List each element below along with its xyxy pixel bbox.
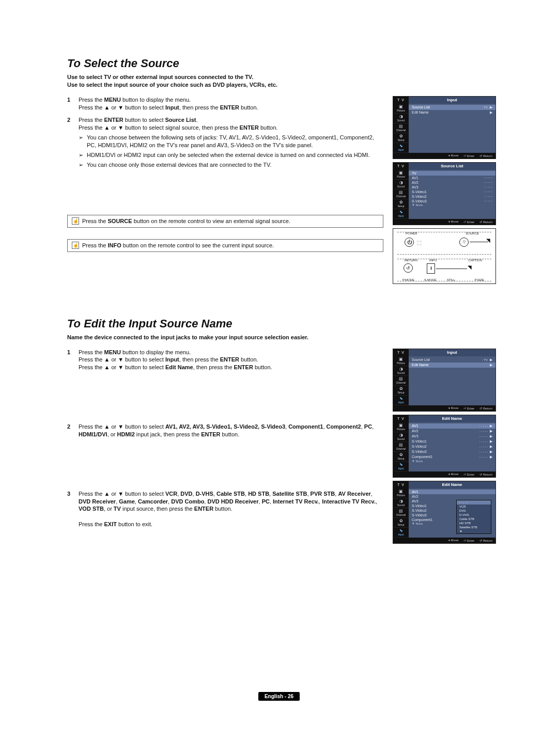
- remote-icon: ☝: [72, 242, 79, 249]
- osd-more: ▼ More: [409, 203, 495, 207]
- osd-side-channel: ▤Channel: [393, 508, 409, 518]
- popup-item: VCR: [457, 505, 491, 509]
- name-popup: - - - - -VCRDVDD-VHSCable STBHD STBSatel…: [456, 500, 491, 534]
- osd-row: AV1: - - - -▶: [409, 423, 495, 429]
- osd-row: Component1: - - - -▶: [409, 454, 495, 460]
- osd-side-sound: ◑Sound: [393, 366, 409, 376]
- info-icon: ℹ: [427, 263, 435, 274]
- pointer-arrow-icon: ◥: [468, 264, 472, 270]
- osd-side-channel: ▤Channel: [393, 376, 409, 386]
- osd-row: S-Video2: - - - -▶: [409, 444, 495, 449]
- osd-side-input: ⬊Input: [393, 143, 409, 153]
- note-info: ☝ Press the INFO button on the remote co…: [67, 239, 383, 252]
- osd-side-sound: ◑Sound: [393, 180, 409, 190]
- section2-intro: Name the device connected to the input j…: [67, 334, 496, 341]
- osd-side-picture: ▣Picture: [393, 104, 409, 114]
- osd-row: Edit Name▶: [409, 110, 495, 115]
- osd-row: S-Video3: - - - -: [409, 199, 495, 203]
- page-footer: English - 26: [0, 693, 558, 699]
- osd-edit-name-list: T VEdit Name ▣Picture◑Sound▤Channel✿Setu…: [393, 415, 496, 478]
- s2-step1: Press the MENU button to display the men…: [67, 349, 383, 418]
- osd-side-setup: ✿Setup: [393, 518, 409, 528]
- osd-row: Source List: TV▶: [409, 357, 495, 363]
- osd-side-sound: ◑Sound: [393, 114, 409, 123]
- s2-step2: Press the ▲ or ▼ button to select AV1, A…: [67, 423, 383, 485]
- osd-side-channel: ▤Channel: [393, 190, 409, 199]
- remote-diagram: POWER SOURCE ⏻ ○ ○○ ○ ▽ ◥ RETURN INFO CA…: [393, 228, 496, 284]
- s1-step2: Press the ENTER button to select Source …: [67, 116, 383, 168]
- osd-side-setup: ✿Setup: [393, 452, 409, 462]
- osd-row: AV3: - - - -▶: [409, 434, 495, 439]
- power-icon: ⏻: [405, 238, 414, 247]
- osd-side-sound: ◑Sound: [393, 498, 409, 508]
- osd-row: AV2: - - - -▶: [409, 429, 495, 434]
- osd-side-setup: ✿Setup: [393, 133, 409, 143]
- section2-heading: To Edit the Input Source Name: [67, 317, 496, 330]
- osd-side-input: ⬊Input: [393, 396, 409, 405]
- section1-intro: Use to select TV or other external input…: [67, 73, 496, 89]
- popup-item: Satellite STB: [457, 525, 491, 529]
- osd-side-channel: ▤Channel: [393, 123, 409, 133]
- osd-row: Edit Name▶: [409, 363, 495, 368]
- s1-bullet2: HDMI1/DVI or HDMI2 input can only be sel…: [79, 151, 383, 159]
- remote-icon: ☝: [72, 217, 79, 225]
- section1-heading: To Select the Source: [67, 57, 496, 70]
- s2-step3: Press the ▲ or ▼ button to select VCR, D…: [67, 490, 383, 528]
- return-icon: ↺: [404, 263, 413, 273]
- osd-side-setup: ✿Setup: [393, 386, 409, 396]
- osd-side-channel: ▤Channel: [393, 442, 409, 452]
- s1-step1: Press the MENU button to display the men…: [67, 96, 383, 112]
- osd-side-input: ⬊Input: [393, 528, 409, 538]
- osd-side-sound: ◑Sound: [393, 432, 409, 442]
- osd-side-picture: ▣Picture: [393, 422, 409, 432]
- osd-row: TV: [409, 171, 495, 176]
- source-icon: ▽: [459, 238, 469, 247]
- note-source: ☝ Press the SOURCE button on the remote …: [67, 215, 383, 228]
- osd-input-1: T VInput ▣Picture◑Sound▤Channel✿Setup⬊In…: [393, 96, 496, 159]
- popup-item: D-VHS: [457, 513, 491, 517]
- osd-edit-name-popup: T VEdit Name ▣Picture◑Sound▤Channel✿Setu…: [393, 481, 496, 544]
- popup-item: HD STB: [457, 521, 491, 525]
- osd-side-setup: ✿Setup: [393, 199, 409, 209]
- osd-row: S-Video1: - - - -: [409, 190, 495, 194]
- osd-more: ▼ More: [409, 460, 495, 463]
- osd-row: AV3: - - - -: [409, 185, 495, 190]
- osd-row: S-Video2: - - - -: [409, 194, 495, 199]
- osd-side-input: ⬊Input: [393, 462, 409, 471]
- s1-bullet3: You can choose only those external devic…: [79, 161, 383, 169]
- osd-sidebar: ▣Picture◑Sound▤Channel✿Setup⬊Input: [393, 104, 409, 153]
- osd-side-picture: ▣Picture: [393, 170, 409, 180]
- osd-row: AV2: [409, 494, 495, 499]
- osd-row: Source List: TV▶: [409, 105, 495, 110]
- osd-side-picture: ▣Picture: [393, 356, 409, 366]
- osd-source-list: T VSource List ▣Picture◑Sound▤Channel✿Se…: [393, 162, 496, 225]
- osd-row: AV1: - - - -: [409, 176, 495, 180]
- popup-item: Cable STB: [457, 517, 491, 521]
- osd-input-2: T VInput ▣Picture◑Sound▤Channel✿Setup⬊In…: [393, 349, 496, 412]
- popup-item: ▼: [457, 529, 491, 533]
- pointer-arrow-icon: ◥: [486, 238, 490, 243]
- osd-row: AV2: - - - -: [409, 180, 495, 185]
- osd-side-input: ⬊Input: [393, 209, 409, 219]
- s1-bullet1: You can choose between the following set…: [79, 134, 383, 149]
- osd-row: S-Video1: - - - -▶: [409, 439, 495, 444]
- osd-side-picture: ▣Picture: [393, 489, 409, 498]
- popup-item: - - - - -: [457, 500, 491, 505]
- osd-row: S-Video3: - - - -▶: [409, 449, 495, 454]
- osd-row: AV1: [409, 490, 495, 494]
- popup-item: DVD: [457, 509, 491, 513]
